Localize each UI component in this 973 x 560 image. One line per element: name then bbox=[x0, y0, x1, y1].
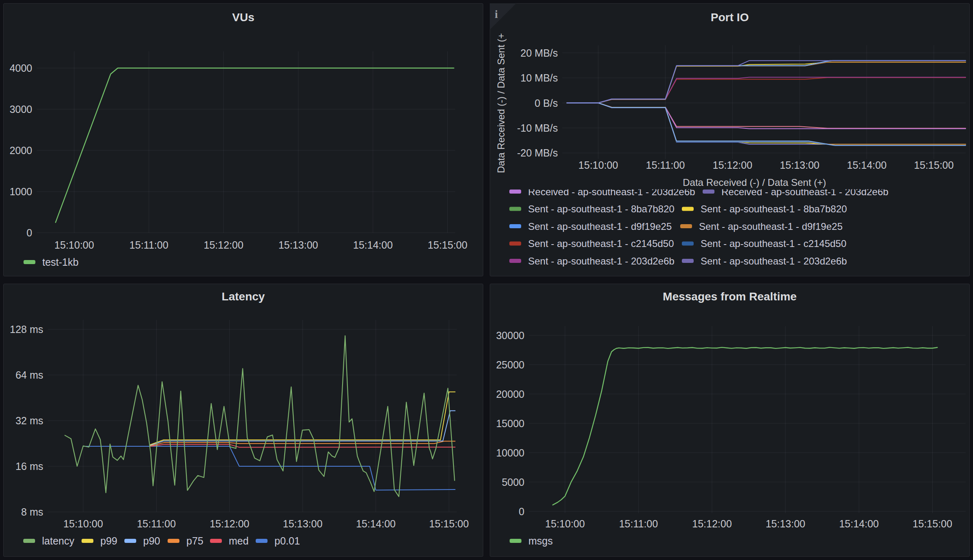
svg-text:latency: latency bbox=[42, 535, 75, 547]
svg-text:Data Received (-) / Data Sent: Data Received (-) / Data Sent (+) bbox=[683, 177, 826, 188]
svg-text:15:15:00: 15:15:00 bbox=[428, 239, 467, 251]
svg-text:VUs: VUs bbox=[232, 11, 254, 24]
svg-text:64 ms: 64 ms bbox=[15, 369, 43, 381]
svg-text:16 ms: 16 ms bbox=[15, 461, 43, 472]
svg-text:Sent - ap-southeast-1 - 203d2e: Sent - ap-southeast-1 - 203d2e6b bbox=[701, 256, 847, 267]
svg-text:128 ms: 128 ms bbox=[10, 324, 43, 335]
svg-text:10 MB/s: 10 MB/s bbox=[520, 72, 558, 84]
svg-text:15:10:00: 15:10:00 bbox=[63, 518, 103, 529]
svg-text:15:11:00: 15:11:00 bbox=[619, 518, 658, 529]
svg-text:Messages from Realtime: Messages from Realtime bbox=[663, 290, 796, 303]
svg-text:15:13:00: 15:13:00 bbox=[283, 518, 323, 529]
svg-text:15:12:00: 15:12:00 bbox=[692, 518, 732, 529]
svg-text:5000: 5000 bbox=[502, 476, 524, 488]
svg-text:15:14:00: 15:14:00 bbox=[847, 159, 887, 171]
svg-text:4000: 4000 bbox=[9, 62, 32, 74]
svg-text:32 ms: 32 ms bbox=[15, 415, 43, 426]
svg-text:-10 MB/s: -10 MB/s bbox=[517, 122, 558, 134]
svg-text:15:12:00: 15:12:00 bbox=[204, 239, 243, 251]
svg-text:Port IO: Port IO bbox=[711, 11, 749, 24]
svg-text:Sent - ap-southeast-1 - 203d2e: Sent - ap-southeast-1 - 203d2e6b bbox=[528, 256, 674, 267]
svg-text:0: 0 bbox=[27, 227, 32, 238]
svg-text:Received - ap-southeast-1 - 20: Received - ap-southeast-1 - 203d2e6b bbox=[528, 186, 695, 197]
svg-text:15:15:00: 15:15:00 bbox=[914, 159, 953, 171]
svg-text:0 B/s: 0 B/s bbox=[535, 97, 558, 109]
svg-text:15000: 15000 bbox=[496, 418, 524, 429]
svg-text:15:13:00: 15:13:00 bbox=[279, 239, 318, 251]
svg-text:15:10:00: 15:10:00 bbox=[578, 159, 618, 171]
svg-text:15:13:00: 15:13:00 bbox=[780, 159, 819, 171]
svg-text:8 ms: 8 ms bbox=[21, 506, 43, 518]
svg-text:15:11:00: 15:11:00 bbox=[137, 518, 176, 529]
svg-text:p0.01: p0.01 bbox=[274, 535, 300, 547]
svg-text:med: med bbox=[229, 535, 249, 547]
svg-text:Data Received (-) / Data Sent: Data Received (-) / Data Sent (+ bbox=[495, 33, 506, 173]
svg-text:p75: p75 bbox=[186, 535, 203, 547]
svg-text:15:14:00: 15:14:00 bbox=[839, 518, 879, 529]
svg-text:15:15:00: 15:15:00 bbox=[913, 518, 952, 529]
svg-text:1000: 1000 bbox=[9, 186, 32, 197]
svg-text:0: 0 bbox=[519, 506, 524, 517]
svg-text:p90: p90 bbox=[143, 535, 160, 547]
svg-text:p99: p99 bbox=[100, 535, 117, 547]
svg-text:15:10:00: 15:10:00 bbox=[54, 239, 94, 251]
svg-text:2000: 2000 bbox=[9, 145, 32, 156]
svg-text:10000: 10000 bbox=[496, 447, 524, 459]
svg-text:15:12:00: 15:12:00 bbox=[713, 159, 752, 171]
svg-text:Sent - ap-southeast-1 - 8ba7b8: Sent - ap-southeast-1 - 8ba7b820 bbox=[701, 203, 847, 214]
svg-text:15:10:00: 15:10:00 bbox=[545, 518, 585, 529]
svg-text:15:14:00: 15:14:00 bbox=[353, 239, 393, 251]
svg-text:15:13:00: 15:13:00 bbox=[765, 518, 805, 529]
svg-text:20 MB/s: 20 MB/s bbox=[520, 47, 558, 59]
svg-text:Sent - ap-southeast-1 - d9f19e: Sent - ap-southeast-1 - d9f19e25 bbox=[528, 221, 672, 232]
svg-text:15:11:00: 15:11:00 bbox=[646, 159, 685, 171]
svg-text:i: i bbox=[495, 8, 498, 20]
svg-text:Latency: Latency bbox=[222, 290, 265, 303]
svg-text:3000: 3000 bbox=[9, 104, 32, 115]
svg-text:msgs: msgs bbox=[529, 535, 553, 547]
svg-text:-20 MB/s: -20 MB/s bbox=[517, 147, 558, 159]
svg-text:Sent - ap-southeast-1 - d9f19e: Sent - ap-southeast-1 - d9f19e25 bbox=[699, 221, 843, 232]
svg-text:Sent - ap-southeast-1 - 8ba7b8: Sent - ap-southeast-1 - 8ba7b820 bbox=[528, 203, 674, 214]
svg-text:Sent - ap-southeast-1 - c2145d: Sent - ap-southeast-1 - c2145d50 bbox=[528, 238, 674, 249]
svg-text:30000: 30000 bbox=[496, 330, 524, 341]
svg-text:15:15:00: 15:15:00 bbox=[429, 518, 469, 529]
svg-text:test-1kb: test-1kb bbox=[42, 256, 79, 268]
svg-text:15:14:00: 15:14:00 bbox=[356, 518, 396, 529]
svg-text:15:12:00: 15:12:00 bbox=[210, 518, 249, 529]
svg-text:20000: 20000 bbox=[496, 388, 524, 400]
svg-text:Sent - ap-southeast-1 - c2145d: Sent - ap-southeast-1 - c2145d50 bbox=[701, 238, 847, 249]
svg-text:15:11:00: 15:11:00 bbox=[129, 239, 168, 251]
svg-text:25000: 25000 bbox=[496, 359, 524, 370]
svg-text:Received - ap-southeast-1 - 20: Received - ap-southeast-1 - 203d2e6b bbox=[721, 186, 889, 197]
